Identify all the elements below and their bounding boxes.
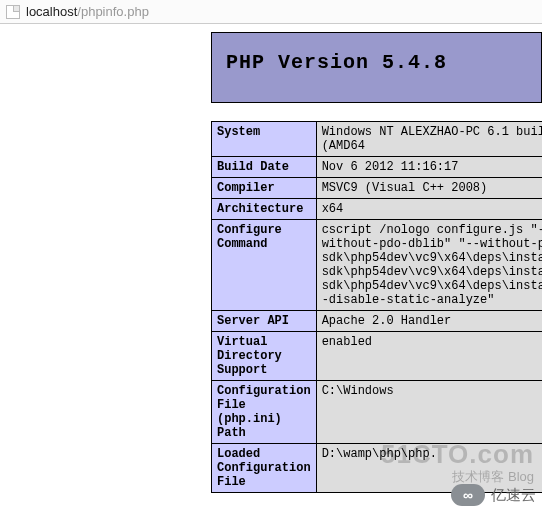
info-key: Server API — [212, 311, 317, 332]
info-value: C:\Windows — [316, 381, 542, 444]
table-row: Loaded Configuration FileD:\wamp\php\php… — [212, 444, 543, 493]
address-bar[interactable]: localhost/phpinfo.php — [0, 0, 542, 24]
table-row: Build DateNov 6 2012 11:16:17 — [212, 157, 543, 178]
phpinfo-panel: PHP Version 5.4.8 SystemWindows NT ALEXZ… — [211, 32, 542, 508]
info-value: x64 — [316, 199, 542, 220]
info-key: Compiler — [212, 178, 317, 199]
info-value: Windows NT ALEXZHAO-PC 6.1 build 7601 (A… — [316, 122, 542, 157]
info-key: Configure Command — [212, 220, 317, 311]
table-row: Virtual Directory Supportenabled — [212, 332, 543, 381]
table-row: Configuration File (php.ini) PathC:\Wind… — [212, 381, 543, 444]
page-title: PHP Version 5.4.8 — [226, 51, 527, 74]
table-row: Server APIApache 2.0 Handler — [212, 311, 543, 332]
table-row: Configure Commandcscript /nologo configu… — [212, 220, 543, 311]
table-row: SystemWindows NT ALEXZHAO-PC 6.1 build 7… — [212, 122, 543, 157]
info-key: Loaded Configuration File — [212, 444, 317, 493]
info-value: enabled — [316, 332, 542, 381]
phpinfo-header: PHP Version 5.4.8 — [211, 32, 542, 103]
info-value: cscript /nologo configure.js "--enable-w… — [316, 220, 542, 311]
info-value: D:\wamp\php\php. — [316, 444, 542, 493]
table-row: Architecturex64 — [212, 199, 543, 220]
info-value: Nov 6 2012 11:16:17 — [316, 157, 542, 178]
phpinfo-table: SystemWindows NT ALEXZHAO-PC 6.1 build 7… — [211, 121, 542, 493]
url-host: localhost — [26, 4, 77, 19]
info-value: MSVC9 (Visual C++ 2008) — [316, 178, 542, 199]
info-value: Apache 2.0 Handler — [316, 311, 542, 332]
info-key: System — [212, 122, 317, 157]
left-margin — [0, 28, 211, 508]
info-key: Configuration File (php.ini) Path — [212, 381, 317, 444]
table-row: CompilerMSVC9 (Visual C++ 2008) — [212, 178, 543, 199]
content-area: PHP Version 5.4.8 SystemWindows NT ALEXZ… — [0, 28, 542, 508]
url-path: /phpinfo.php — [77, 4, 149, 19]
info-key: Build Date — [212, 157, 317, 178]
info-key: Virtual Directory Support — [212, 332, 317, 381]
page-icon — [6, 5, 20, 19]
info-key: Architecture — [212, 199, 317, 220]
